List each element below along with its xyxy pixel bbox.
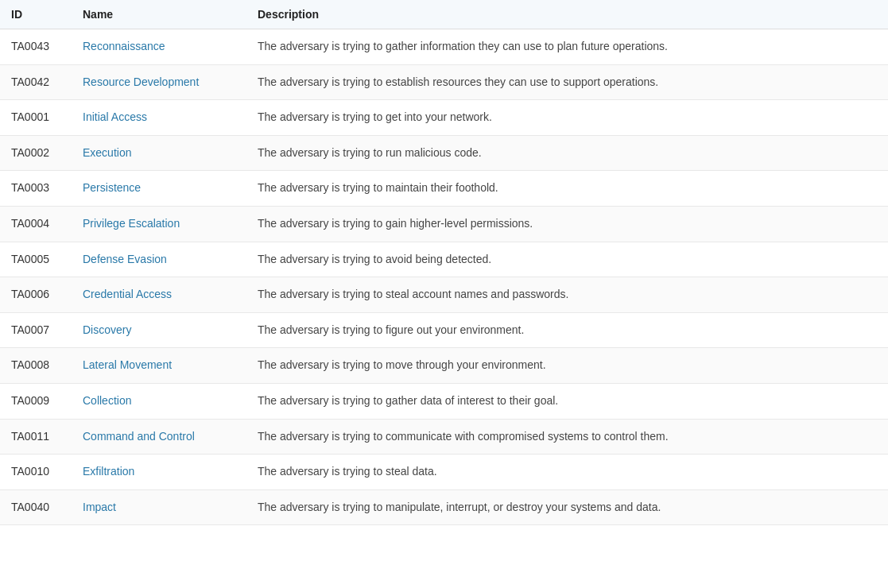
- cell-name[interactable]: Collection: [72, 383, 246, 419]
- cell-description: The adversary is trying to figure out yo…: [246, 312, 888, 348]
- header-row: ID Name Description: [0, 0, 888, 29]
- table-row: TA0011Command and ControlThe adversary i…: [0, 419, 888, 455]
- cell-description: The adversary is trying to avoid being d…: [246, 242, 888, 277]
- cell-id: TA0043: [0, 29, 72, 65]
- column-description: Description: [246, 0, 888, 29]
- cell-name[interactable]: Command and Control: [72, 419, 246, 455]
- cell-name[interactable]: Impact: [72, 489, 246, 525]
- cell-description: The adversary is trying to move through …: [246, 348, 888, 384]
- cell-name[interactable]: Discovery: [72, 312, 246, 348]
- table-row: TA0001Initial AccessThe adversary is try…: [0, 100, 888, 136]
- cell-name[interactable]: Lateral Movement: [72, 348, 246, 384]
- tactics-table: ID Name Description TA0043Reconnaissance…: [0, 0, 888, 525]
- cell-name[interactable]: Privilege Escalation: [72, 206, 246, 242]
- cell-description: The adversary is trying to gather data o…: [246, 383, 888, 419]
- tactic-link[interactable]: Command and Control: [83, 430, 195, 443]
- table-row: TA0040ImpactThe adversary is trying to m…: [0, 489, 888, 525]
- cell-id: TA0005: [0, 242, 72, 277]
- tactic-link[interactable]: Execution: [83, 146, 131, 159]
- cell-id: TA0002: [0, 135, 72, 171]
- tactic-link[interactable]: Reconnaissance: [83, 40, 165, 52]
- cell-description: The adversary is trying to get into your…: [246, 100, 888, 136]
- cell-id: TA0007: [0, 312, 72, 348]
- table-header: ID Name Description: [0, 0, 888, 29]
- table-row: TA0006Credential AccessThe adversary is …: [0, 277, 888, 313]
- table-row: TA0003PersistenceThe adversary is trying…: [0, 171, 888, 207]
- cell-id: TA0003: [0, 171, 72, 207]
- cell-description: The adversary is trying to gain higher-l…: [246, 206, 888, 242]
- table-row: TA0004Privilege EscalationThe adversary …: [0, 206, 888, 242]
- cell-id: TA0008: [0, 348, 72, 384]
- cell-id: TA0040: [0, 489, 72, 525]
- cell-id: TA0004: [0, 206, 72, 242]
- cell-name[interactable]: Persistence: [72, 171, 246, 207]
- cell-name[interactable]: Resource Development: [72, 64, 246, 100]
- tactic-link[interactable]: Collection: [83, 394, 131, 407]
- cell-description: The adversary is trying to gather inform…: [246, 29, 888, 65]
- cell-description: The adversary is trying to steal account…: [246, 277, 888, 313]
- cell-id: TA0001: [0, 100, 72, 136]
- cell-name[interactable]: Initial Access: [72, 100, 246, 136]
- tactic-link[interactable]: Lateral Movement: [83, 358, 172, 371]
- cell-description: The adversary is trying to maintain thei…: [246, 171, 888, 207]
- table-row: TA0005Defense EvasionThe adversary is tr…: [0, 242, 888, 277]
- table-row: TA0010ExfiltrationThe adversary is tryin…: [0, 455, 888, 490]
- tactic-link[interactable]: Exfiltration: [83, 465, 134, 478]
- table-row: TA0042Resource DevelopmentThe adversary …: [0, 64, 888, 100]
- tactic-link[interactable]: Initial Access: [83, 110, 147, 123]
- cell-description: The adversary is trying to run malicious…: [246, 135, 888, 171]
- cell-name[interactable]: Defense Evasion: [72, 242, 246, 277]
- column-name: Name: [72, 0, 246, 29]
- tactic-link[interactable]: Privilege Escalation: [83, 217, 180, 230]
- cell-id: TA0009: [0, 383, 72, 419]
- cell-name[interactable]: Reconnaissance: [72, 29, 246, 65]
- cell-name[interactable]: Execution: [72, 135, 246, 171]
- cell-id: TA0006: [0, 277, 72, 313]
- cell-description: The adversary is trying to establish res…: [246, 64, 888, 100]
- cell-id: TA0011: [0, 419, 72, 455]
- table-row: TA0009CollectionThe adversary is trying …: [0, 383, 888, 419]
- cell-description: The adversary is trying to manipulate, i…: [246, 489, 888, 525]
- column-id: ID: [0, 0, 72, 29]
- table-row: TA0043ReconnaissanceThe adversary is try…: [0, 29, 888, 65]
- table-body: TA0043ReconnaissanceThe adversary is try…: [0, 29, 888, 525]
- tactic-link[interactable]: Credential Access: [83, 288, 172, 300]
- table-row: TA0008Lateral MovementThe adversary is t…: [0, 348, 888, 384]
- cell-name[interactable]: Exfiltration: [72, 455, 246, 490]
- tactic-link[interactable]: Impact: [83, 501, 116, 513]
- tactic-link[interactable]: Persistence: [83, 181, 141, 194]
- table-row: TA0007DiscoveryThe adversary is trying t…: [0, 312, 888, 348]
- cell-description: The adversary is trying to communicate w…: [246, 419, 888, 455]
- table-row: TA0002ExecutionThe adversary is trying t…: [0, 135, 888, 171]
- cell-description: The adversary is trying to steal data.: [246, 455, 888, 490]
- tactic-link[interactable]: Defense Evasion: [83, 253, 167, 265]
- tactic-link[interactable]: Resource Development: [83, 75, 199, 88]
- cell-id: TA0010: [0, 455, 72, 490]
- cell-name[interactable]: Credential Access: [72, 277, 246, 313]
- tactic-link[interactable]: Discovery: [83, 323, 131, 336]
- cell-id: TA0042: [0, 64, 72, 100]
